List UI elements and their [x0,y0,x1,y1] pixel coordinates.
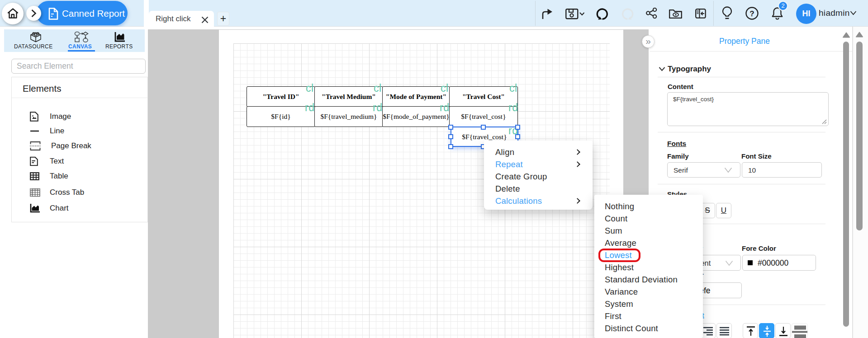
svg-text:?: ? [749,9,754,18]
